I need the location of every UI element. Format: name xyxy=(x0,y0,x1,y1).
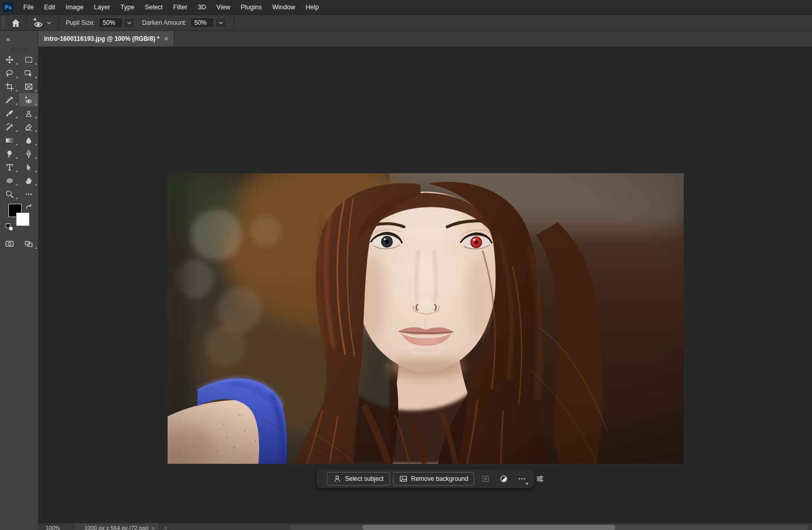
tools-panel-grip[interactable] xyxy=(0,47,38,53)
chevron-down-icon xyxy=(218,20,223,25)
zoom-tool[interactable] xyxy=(0,187,19,201)
home-button[interactable] xyxy=(5,15,26,31)
document-tab[interactable]: intro-1600116193.jpg @ 100% (RGB/8) * × xyxy=(38,31,174,47)
active-tool-preview[interactable] xyxy=(26,17,58,28)
hand-tool[interactable] xyxy=(19,174,38,187)
status-bar: 100% 1000 px x 564 px (72 ppi) > < xyxy=(38,523,812,530)
clone-stamp-icon xyxy=(24,109,33,118)
clone-stamp-tool[interactable] xyxy=(19,107,38,120)
type-icon xyxy=(5,163,14,172)
crop-tool[interactable] xyxy=(0,80,19,93)
menu-view[interactable]: View xyxy=(211,0,235,14)
menu-help[interactable]: Help xyxy=(300,0,324,14)
lasso-tool[interactable] xyxy=(0,66,19,80)
tab-close-icon[interactable]: × xyxy=(164,35,168,42)
menu-window[interactable]: Window xyxy=(267,0,300,14)
status-popup-chevron[interactable]: > xyxy=(152,525,155,530)
photo-portrait xyxy=(168,173,684,464)
gradient-icon xyxy=(5,136,14,145)
red-eye-icon xyxy=(24,96,33,104)
eyedropper-tool[interactable] xyxy=(0,93,19,107)
darken-amount-label: Darken Amount: xyxy=(142,19,187,26)
move-tool[interactable] xyxy=(0,53,19,66)
frame-tool[interactable] xyxy=(19,80,38,93)
remove-background-button[interactable]: Remove background xyxy=(393,472,475,486)
rectangular-marquee-tool[interactable] xyxy=(19,53,38,66)
properties-sliders-icon xyxy=(536,475,544,483)
remove-background-icon xyxy=(399,475,408,483)
red-eye-tool-icon xyxy=(33,17,44,28)
pupil-size-group: Pupil Size: 50% xyxy=(66,18,135,28)
swap-colors-icon[interactable] xyxy=(25,203,33,211)
menu-plugins[interactable]: Plugins xyxy=(235,0,267,14)
edit-toolbar-button[interactable] xyxy=(19,187,38,201)
ellipse-tool[interactable] xyxy=(0,174,19,187)
collapse-panels-button[interactable]: « xyxy=(0,31,38,47)
pupil-size-label: Pupil Size: xyxy=(66,19,95,26)
remove-background-label: Remove background xyxy=(411,475,469,482)
photoshop-logo[interactable]: Ps xyxy=(3,2,13,12)
home-icon xyxy=(11,18,21,28)
menu-select[interactable]: Select xyxy=(140,0,168,14)
screen-mode-button[interactable] xyxy=(19,237,38,250)
contextual-task-bar: Select subject Remove background xyxy=(317,470,534,488)
gradient-tool[interactable] xyxy=(0,133,19,147)
more-options-icon xyxy=(518,475,526,483)
menu-file[interactable]: File xyxy=(18,0,39,14)
horizontal-scrollbar-thumb[interactable] xyxy=(362,525,615,530)
dodge-icon xyxy=(5,149,14,158)
horizontal-scrollbar[interactable] xyxy=(290,525,809,530)
menu-filter[interactable]: Filter xyxy=(168,0,193,14)
color-swatches xyxy=(0,203,38,237)
marquee-icon xyxy=(24,55,33,64)
darken-amount-group: Darken Amount: 50% xyxy=(142,18,227,28)
background-color-swatch[interactable] xyxy=(16,213,29,226)
menu-image[interactable]: Image xyxy=(61,0,89,14)
move-icon xyxy=(5,55,14,64)
cursor-arrow-icon xyxy=(24,163,33,172)
red-eye-tool[interactable] xyxy=(19,93,38,107)
dodge-tool[interactable] xyxy=(0,147,19,160)
status-scroll-chevron[interactable]: < xyxy=(164,525,167,530)
adjustments-icon xyxy=(500,475,508,483)
object-selection-tool[interactable] xyxy=(19,66,38,80)
blur-tool[interactable] xyxy=(19,133,38,147)
tools-panel xyxy=(0,47,38,530)
history-brush-icon xyxy=(5,123,14,131)
options-bar-grip[interactable] xyxy=(2,17,5,29)
type-tool[interactable] xyxy=(0,160,19,174)
document-tab-bar: « intro-1600116193.jpg @ 100% (RGB/8) * … xyxy=(0,31,812,47)
tool-options-bar: Pupil Size: 50% Darken Amount: 50% xyxy=(0,14,812,31)
pupil-size-dropdown[interactable] xyxy=(124,18,135,28)
menu-type[interactable]: Type xyxy=(115,0,140,14)
history-brush-tool[interactable] xyxy=(0,120,19,133)
quick-mask-mode-button[interactable] xyxy=(0,237,19,250)
photoshop-window: { "app": { "logo_text": "Ps", "logo_colo… xyxy=(0,0,812,530)
darken-amount-dropdown[interactable] xyxy=(215,18,227,28)
eraser-tool[interactable] xyxy=(19,120,38,133)
properties-button[interactable] xyxy=(536,475,544,483)
frame-icon xyxy=(24,82,33,91)
path-selection-tool[interactable] xyxy=(19,160,38,174)
eyedropper-icon xyxy=(5,96,14,104)
double-chevron-left-icon: « xyxy=(6,35,10,43)
quick-mask-icon xyxy=(5,239,14,248)
status-zoom-field[interactable]: 100% xyxy=(46,525,60,530)
hand-icon xyxy=(24,176,33,185)
default-colors-icon[interactable] xyxy=(6,223,13,231)
canvas-document[interactable] xyxy=(168,173,684,464)
pasteboard[interactable]: Select subject Remove background xyxy=(38,47,812,523)
menu-3d[interactable]: 3D xyxy=(192,0,211,14)
darken-amount-input[interactable]: 50% xyxy=(190,18,214,28)
menu-edit[interactable]: Edit xyxy=(39,0,61,14)
adjustments-button[interactable] xyxy=(500,475,508,483)
menu-layer[interactable]: Layer xyxy=(88,0,115,14)
pupil-size-input[interactable]: 50% xyxy=(99,18,123,28)
object-selection-icon xyxy=(24,69,33,78)
selection-options-icon xyxy=(482,475,490,483)
brush-tool[interactable] xyxy=(0,107,19,120)
pen-tool[interactable] xyxy=(19,147,38,160)
ellipsis-icon xyxy=(24,190,33,199)
select-subject-button[interactable]: Select subject xyxy=(327,472,390,486)
more-options-button[interactable] xyxy=(518,475,526,483)
